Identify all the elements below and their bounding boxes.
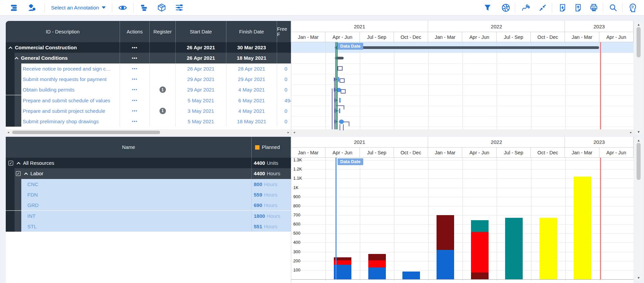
table-row[interactable]: General Conditions•••26 Apr 202118 May 2…	[6, 53, 291, 63]
resource-row[interactable]: FDN559Hours	[6, 189, 291, 200]
column-header-finish-date[interactable]: Finish Date	[226, 21, 277, 42]
histogram-quarters-row: Jan - MarApr - JunJul - SepOct - DecJan …	[291, 148, 634, 158]
column-header-register[interactable]: Register	[150, 21, 176, 42]
finish-date-cell: 4 May 2021	[226, 106, 277, 116]
printer-icon[interactable]	[589, 3, 599, 13]
register-count-badge[interactable]: 1	[159, 108, 166, 114]
scroll-right-arrow[interactable]: ▸	[630, 130, 632, 134]
actions-cell: •••	[120, 116, 150, 127]
actions-menu-button[interactable]: •••	[132, 55, 138, 60]
resource-row[interactable]: GRD690Hours	[6, 200, 291, 210]
actions-menu-button[interactable]: •••	[132, 98, 138, 103]
task-grid-panel: ID - DescriptionActionsRegisterStart Dat…	[6, 21, 291, 135]
planned-unit: Hours	[264, 192, 277, 198]
table-row[interactable]: Prepare and submit project schedule•••13…	[6, 106, 291, 116]
scroll-left-arrow[interactable]: ◂	[7, 130, 9, 134]
table-row[interactable]: Submit preliminary shop drawings•••5 May…	[6, 116, 291, 127]
register-cell	[150, 74, 176, 84]
resource-row[interactable]: ✓All Resources4400Units	[6, 158, 291, 168]
hierarchy-band	[15, 63, 21, 74]
scroll-left-arrow[interactable]: ◂	[293, 130, 295, 134]
scroll-up-arrow[interactable]: ▴	[634, 22, 643, 27]
resource-row[interactable]: STL551Hours	[6, 221, 291, 232]
timeline-quarter: Jan - Mar	[565, 148, 599, 158]
resource-checkbox[interactable]: ✓	[16, 171, 21, 176]
filter-icon[interactable]	[482, 3, 493, 13]
scroll-up-arrow[interactable]: ▴	[634, 138, 643, 143]
table-row[interactable]: Obtain building permits•••129 Apr 20214 …	[6, 84, 291, 95]
resource-grid-header: NamePlanned	[6, 137, 291, 158]
toolbar-separator	[603, 3, 603, 12]
actions-menu-button[interactable]: •••	[132, 87, 138, 92]
scrollbar-thumb[interactable]	[637, 27, 641, 57]
collapse-icon[interactable]	[538, 3, 548, 13]
gantt-bars-icon[interactable]	[139, 3, 149, 13]
actions-menu-button[interactable]: •••	[132, 77, 138, 82]
scrollbar-thumb[interactable]	[12, 131, 160, 134]
page-upload-icon[interactable]	[573, 3, 583, 13]
collapse-caret-icon[interactable]	[15, 55, 18, 61]
column-header-planned[interactable]: Planned	[252, 137, 291, 158]
actions-menu-button[interactable]: •••	[132, 66, 138, 71]
actions-menu-button[interactable]: •••	[132, 45, 138, 50]
resource-row[interactable]: ✓Labor4400Hours	[6, 168, 291, 179]
scroll-right-arrow[interactable]: ▸	[288, 130, 289, 134]
timeline-quarter: Jan - Mar	[428, 32, 462, 42]
aperture-icon[interactable]	[501, 3, 511, 13]
task-grid-horizontal-scrollbar[interactable]: ◂▸	[6, 129, 291, 135]
layers-icon[interactable]	[9, 3, 19, 13]
histogram-vertical-scrollbar[interactable]: ▴▾	[634, 137, 643, 281]
actions-menu-button[interactable]: •••	[132, 119, 138, 124]
finish-date-cell: 30 Mar 2023	[226, 42, 277, 53]
y-axis-tick-label: 1.1K	[293, 176, 302, 181]
histogram-bar-segment	[505, 218, 523, 279]
register-cell	[150, 53, 176, 63]
table-row[interactable]: Commercial Construction•••26 Apr 202130 …	[6, 42, 291, 53]
data-date-label: Data Date	[338, 158, 363, 165]
scroll-down-arrow[interactable]: ▾	[634, 276, 643, 280]
column-header-actions[interactable]: Actions	[120, 21, 150, 42]
column-header-free-f[interactable]: Free F	[277, 21, 291, 42]
task-name: Prepare and submit schedule of values	[23, 98, 110, 103]
table-row[interactable]: Receive notice to proceed and sign c…•••…	[6, 63, 291, 74]
cube-icon[interactable]	[156, 3, 167, 13]
column-header-name[interactable]: Name	[6, 137, 252, 158]
resource-name: FDN	[27, 192, 38, 198]
toolbar-separator	[622, 3, 622, 12]
timeline-quarter: Jul - Sep	[360, 32, 394, 42]
resource-row[interactable]: CNC800Hours	[6, 179, 291, 189]
column-header-start-date[interactable]: Start Date	[176, 21, 226, 42]
gantt-vertical-scrollbar[interactable]: ▴▾	[634, 21, 643, 135]
resource-checkbox[interactable]: ✓	[8, 161, 13, 165]
gantt-horizontal-scrollbar[interactable]: ◂▸	[291, 129, 634, 135]
sliders-icon[interactable]	[174, 3, 184, 13]
hierarchy-band	[6, 84, 15, 95]
table-row[interactable]: Prepare and submit schedule of values•••…	[6, 95, 291, 106]
resource-row[interactable]: INT1800Hours	[6, 211, 291, 221]
search-icon[interactable]	[608, 3, 618, 13]
histogram-bar-segment	[437, 250, 454, 279]
milestone-tick	[339, 108, 340, 113]
timeline-year-2022: 2022	[428, 21, 565, 32]
column-header-id-description[interactable]: ID - Description	[6, 21, 120, 42]
scrollbar-thumb[interactable]	[637, 143, 641, 180]
eye-icon[interactable]	[118, 3, 128, 13]
annotation-dropdown[interactable]: Select an Annotation	[51, 5, 106, 11]
scroll-down-arrow[interactable]: ▾	[634, 130, 643, 134]
collapse-caret-icon[interactable]	[17, 160, 20, 166]
actions-cell: •••	[120, 74, 150, 84]
hierarchy-band	[6, 179, 15, 189]
collapse-caret-icon[interactable]	[25, 171, 27, 176]
toolbar-separator	[552, 3, 552, 12]
table-row[interactable]: Submit monthly requests for payment•••29…	[6, 74, 291, 84]
milestone-tick	[338, 77, 339, 82]
register-count-badge[interactable]: 1	[159, 86, 166, 93]
worker-settings-icon[interactable]	[26, 3, 36, 13]
actions-menu-button[interactable]: •••	[132, 108, 138, 113]
s-curve-icon[interactable]	[521, 3, 531, 13]
page-download-icon[interactable]	[558, 3, 568, 13]
ai-head-icon[interactable]	[627, 3, 637, 13]
y-axis-tick-label: 1.3K	[293, 158, 302, 162]
planned-value-cell: 800Hours	[252, 179, 291, 189]
collapse-caret-icon[interactable]	[9, 45, 12, 50]
